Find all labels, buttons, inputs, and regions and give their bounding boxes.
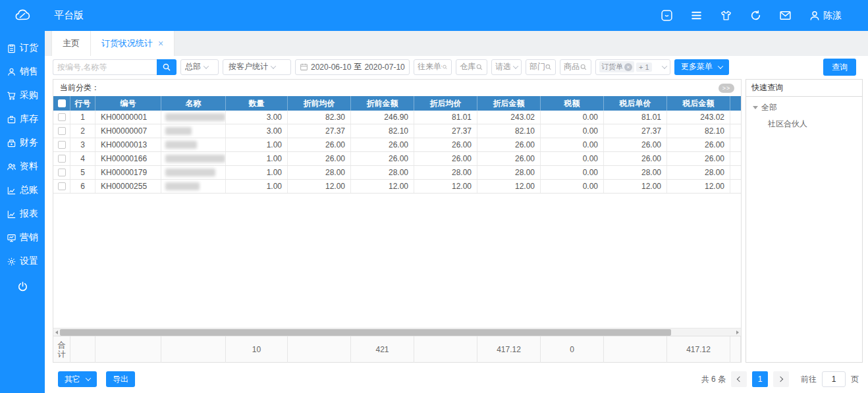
tree-node-community-partner[interactable]: 社区合伙人 bbox=[746, 113, 862, 130]
search-button[interactable] bbox=[157, 59, 176, 75]
code-cell: KH00000013 bbox=[95, 138, 161, 151]
scrollbar-thumb[interactable] bbox=[60, 329, 671, 336]
power-button[interactable] bbox=[0, 273, 45, 300]
sidebar-item-ziliao[interactable]: 资料 bbox=[0, 155, 45, 178]
totals-cell bbox=[161, 336, 226, 363]
table-row[interactable]: 2KH000000073.0027.3782.1027.3782.100.002… bbox=[53, 124, 741, 138]
table-row[interactable]: 5KH000001791.0028.0028.0028.0028.000.002… bbox=[53, 166, 741, 180]
code-cell: KH00000007 bbox=[95, 124, 161, 138]
column-header[interactable]: 编号 bbox=[95, 96, 161, 111]
column-header[interactable]: 折前均价 bbox=[288, 96, 351, 111]
remove-tag-icon[interactable]: × bbox=[624, 63, 632, 71]
row-checkbox[interactable] bbox=[58, 169, 66, 176]
column-header[interactable]: 数量 bbox=[226, 96, 288, 111]
prev-page-button[interactable] bbox=[731, 371, 747, 387]
caret-down-icon[interactable] bbox=[753, 106, 758, 109]
search-input[interactable] bbox=[53, 59, 157, 75]
row-checkbox-cell bbox=[53, 180, 70, 193]
column-header[interactable]: 税后金额 bbox=[667, 96, 730, 111]
row-checkbox[interactable] bbox=[58, 155, 66, 163]
select-all-checkbox[interactable] bbox=[58, 99, 66, 107]
export-button[interactable]: 导出 bbox=[106, 371, 135, 387]
scroll-left-arrow[interactable] bbox=[53, 328, 60, 336]
mail-icon[interactable] bbox=[779, 9, 792, 22]
sidebar-item-label: 总账 bbox=[20, 184, 38, 196]
column-header[interactable]: 行号 bbox=[70, 96, 95, 111]
row-checkbox[interactable] bbox=[58, 113, 66, 121]
sidebar-item-shezhi[interactable]: 设置 bbox=[0, 249, 45, 273]
table-row[interactable]: 6KH000002551.0012.0012.0012.0012.000.001… bbox=[53, 180, 741, 194]
partner-field[interactable]: 往来单位 bbox=[414, 59, 452, 75]
sidebar-item-xiaoshou[interactable]: 销售 bbox=[0, 60, 45, 84]
redacted-name bbox=[165, 155, 225, 163]
goto-page-input[interactable] bbox=[822, 371, 846, 387]
next-page-button[interactable] bbox=[773, 371, 789, 387]
app-icon[interactable] bbox=[661, 9, 673, 22]
choose-select[interactable]: 请选 bbox=[491, 59, 522, 75]
value-cell: 26.00 bbox=[351, 138, 414, 151]
sidebar-item-caigou[interactable]: 采购 bbox=[0, 84, 45, 107]
doc-type-tag: 订货单 × bbox=[599, 61, 634, 72]
column-header[interactable]: 折前金额 bbox=[351, 96, 414, 111]
gear-icon bbox=[7, 257, 16, 267]
query-button[interactable]: 查询 bbox=[823, 59, 856, 76]
tree-node-all[interactable]: 全部 bbox=[746, 97, 862, 113]
column-header[interactable]: 税额 bbox=[541, 96, 604, 111]
close-icon[interactable]: × bbox=[158, 39, 163, 48]
sidebar-item-yingxiao[interactable]: 营销 bbox=[0, 226, 45, 249]
sidebar-item-caiwu[interactable]: 财务 bbox=[0, 131, 45, 155]
row-checkbox[interactable] bbox=[58, 182, 66, 190]
value-cell: 27.37 bbox=[288, 124, 351, 138]
table-row[interactable]: 4KH000001661.0026.0026.0026.0026.000.002… bbox=[53, 152, 741, 166]
column-header[interactable]: 折后均价 bbox=[414, 96, 477, 111]
value-cell: 246.90 bbox=[351, 111, 414, 124]
sidebar-item-dinghuo[interactable]: 订货 bbox=[0, 36, 45, 60]
monitor-icon bbox=[7, 233, 16, 243]
stat-by-select[interactable]: 按客户统计 bbox=[223, 59, 291, 75]
sliver-cell bbox=[730, 124, 741, 138]
scroll-right-arrow[interactable] bbox=[734, 328, 741, 336]
value-cell: 3.00 bbox=[226, 111, 288, 124]
current-page-button[interactable]: 1 bbox=[752, 371, 768, 387]
tshirt-icon[interactable] bbox=[720, 9, 732, 22]
calendar-icon bbox=[300, 63, 308, 71]
other-button[interactable]: 其它 bbox=[58, 371, 97, 387]
row-checkbox[interactable] bbox=[58, 127, 66, 135]
value-cell: 26.00 bbox=[288, 138, 351, 151]
sidebar-item-label: 报表 bbox=[20, 208, 38, 220]
redacted-name bbox=[165, 113, 225, 121]
refresh-icon[interactable] bbox=[749, 9, 762, 22]
value-cell: 26.00 bbox=[604, 152, 667, 165]
department-field[interactable]: 部门 bbox=[526, 59, 556, 75]
expand-columns-button[interactable]: >> bbox=[719, 84, 734, 93]
clipboard-icon bbox=[7, 43, 16, 53]
table-empty-space bbox=[53, 194, 741, 328]
sidebar-item-label: 订货 bbox=[20, 42, 38, 54]
more-menu-button[interactable]: 更多菜单 bbox=[674, 59, 729, 75]
org-select[interactable]: 总部 bbox=[180, 59, 219, 75]
row-checkbox[interactable] bbox=[58, 141, 66, 149]
column-header[interactable]: 税后单价 bbox=[604, 96, 667, 111]
sidebar-item-kucun[interactable]: 库存 bbox=[0, 107, 45, 131]
tab-home[interactable]: 主页 bbox=[51, 31, 91, 56]
goods-field[interactable]: 商品 bbox=[560, 59, 591, 75]
column-header[interactable]: 名称 bbox=[161, 96, 226, 111]
tab-order-status-stats[interactable]: 订货状况统计 × bbox=[91, 31, 175, 56]
warehouse-field[interactable]: 仓库 bbox=[456, 59, 487, 75]
code-cell: KH00000179 bbox=[95, 166, 161, 179]
sidebar-item-baobiao[interactable]: 报表 bbox=[0, 202, 45, 226]
chevron-down-icon bbox=[662, 63, 667, 68]
table-row[interactable]: 3KH000000131.0026.0026.0026.0026.000.002… bbox=[53, 138, 741, 152]
app-title: 平台版 bbox=[54, 9, 84, 22]
sidebar-item-label: 资料 bbox=[20, 161, 38, 172]
totals-cell: 417.12 bbox=[477, 336, 541, 363]
table-row[interactable]: 1KH000000013.0082.30246.9081.01243.020.0… bbox=[53, 111, 741, 124]
date-range-picker[interactable]: 2020-06-10至2020-07-10 bbox=[295, 59, 410, 75]
column-header[interactable]: 折后金额 bbox=[477, 96, 541, 111]
horizontal-scrollbar[interactable] bbox=[53, 328, 741, 336]
sidebar: 订货 销售 采购 库存 财务 bbox=[0, 31, 45, 393]
user-menu[interactable]: 陈漾 bbox=[809, 10, 842, 22]
sidebar-item-zongzhang[interactable]: 总账 bbox=[0, 178, 45, 202]
doc-type-multiselect[interactable]: 订货单 × + 1 bbox=[595, 59, 670, 75]
menu-icon[interactable] bbox=[690, 9, 703, 22]
